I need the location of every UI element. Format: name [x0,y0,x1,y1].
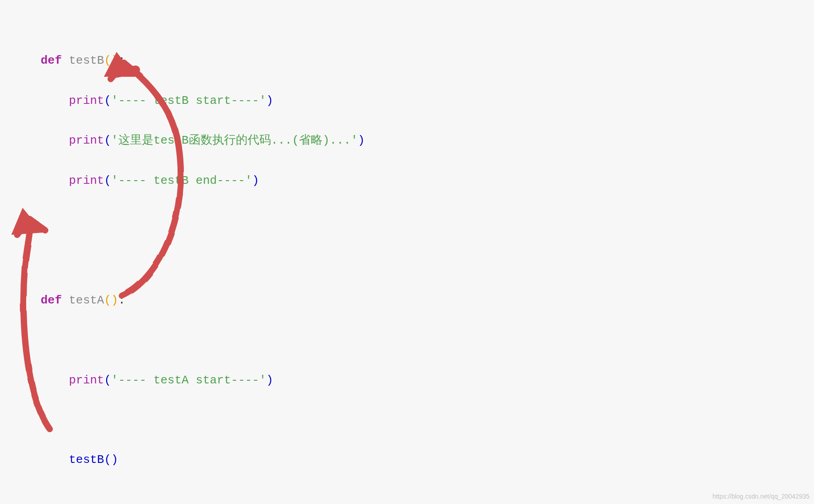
string-literal: '---- testB end----' [111,174,252,187]
code-block: def testB(): print('---- testB start----… [0,0,814,504]
watermark-text: https://blog.csdn.net/qq_20042935 [712,492,809,501]
print-kw: print [69,94,104,107]
paren-open: ( [104,294,111,307]
paren-close: ) [111,54,118,67]
code-line: def testA(): [41,292,814,316]
fn-name-testb: testB [69,54,104,67]
paren-close: ) [111,294,118,307]
fn-name-testa: testA [69,294,104,307]
code-line: print('---- testB start----') [41,93,814,116]
string-literal: '---- testB start----' [111,94,266,107]
code-line: print('这里是testB函数执行的代码...(省略)...') [41,132,814,156]
keyword-def: def [41,54,69,67]
paren-open: ( [104,54,111,67]
string-literal: '这里是testB函数执行的代码...(省略)...' [111,134,358,147]
string-literal: '---- testA start----' [111,373,266,387]
print-kw: print [69,134,104,147]
call-paren-close: ) [266,94,273,107]
call-paren-close: ) [358,134,365,147]
colon: : [118,294,126,307]
code-line: testB() [41,452,814,475]
call-paren-open: ( [104,373,111,387]
keyword-def: def [41,294,69,307]
code-line: print('---- testB end----') [41,173,814,196]
print-kw: print [69,174,104,187]
call-paren-close: ) [252,174,259,187]
code-line: def testB(): [41,52,814,76]
print-kw: print [69,373,104,387]
call-paren-open: ( [104,134,111,147]
code-line: print('---- testA start----') [41,372,814,396]
call-testb: testB() [69,453,118,467]
call-paren-close: ) [266,373,273,387]
call-paren-open: ( [104,94,111,107]
colon: : [118,54,126,67]
call-paren-open: ( [104,174,111,187]
